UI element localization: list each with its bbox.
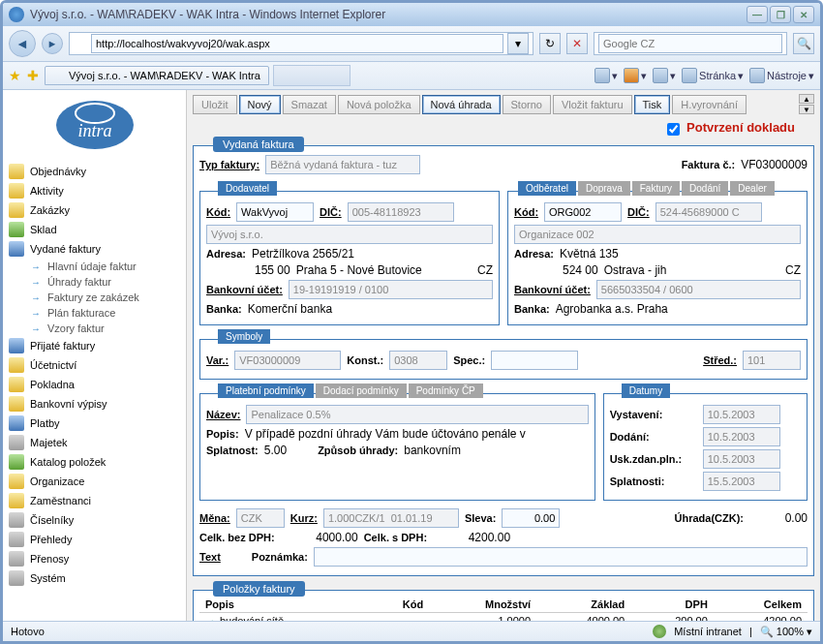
sidebar-item[interactable]: Zakázky: [3, 200, 186, 220]
status-zoom[interactable]: 🔍 100% ▾: [760, 626, 812, 638]
buyer-tab[interactable]: Faktury: [632, 181, 680, 196]
toolbar-button[interactable]: Smazat: [283, 95, 336, 114]
buy-code-input[interactable]: [544, 202, 622, 222]
note-input[interactable]: [314, 547, 808, 567]
toolbar-button[interactable]: H.vyrovnání: [672, 95, 747, 114]
stred-input[interactable]: [743, 351, 801, 370]
sidebar-item[interactable]: →Úhrady faktur: [3, 274, 186, 290]
gross-label: Celk. s DPH:: [364, 532, 427, 543]
print-button[interactable]: ▾: [653, 68, 676, 83]
terms-tab[interactable]: Platební podmínky: [218, 383, 314, 398]
sidebar-item[interactable]: →Hlavní údaje faktur: [3, 259, 186, 274]
var-input[interactable]: [234, 351, 341, 370]
search-input[interactable]: [598, 34, 782, 53]
sidebar-item[interactable]: Číselníky: [3, 510, 186, 530]
sidebar-item[interactable]: Aktivity: [3, 181, 186, 200]
buy-dic-input[interactable]: [655, 202, 762, 222]
konst-input[interactable]: [389, 351, 447, 370]
sup-dic-input[interactable]: [348, 202, 454, 222]
sidebar-item[interactable]: Přehledy: [3, 530, 186, 549]
toolbar-button[interactable]: Nová úhrada: [422, 95, 501, 114]
refresh-button[interactable]: ↻: [539, 33, 561, 54]
sidebar-item[interactable]: →Faktury ze zakázek: [3, 290, 186, 305]
favorite-star-icon[interactable]: ★: [9, 68, 21, 83]
invoice-section-tab: Vydaná faktura: [213, 137, 304, 152]
items-col-header: Základ: [536, 597, 630, 613]
sidebar-item[interactable]: Sklad: [3, 220, 186, 239]
maximize-button[interactable]: ❐: [770, 6, 791, 23]
arrow-icon: →: [30, 261, 42, 272]
sup-code-input[interactable]: [236, 202, 314, 222]
sidebar-item[interactable]: Přijaté faktury: [3, 336, 186, 355]
sup-name-input[interactable]: [206, 225, 493, 244]
terms-tab[interactable]: Dodací podmínky: [316, 383, 407, 398]
home-button[interactable]: ▾: [594, 68, 618, 83]
items-col-header: Množství: [429, 597, 536, 613]
sup-bankacc-input[interactable]: [289, 280, 493, 299]
url-input[interactable]: [91, 34, 503, 53]
minimize-button[interactable]: —: [747, 6, 768, 23]
buy-code-label: Kód:: [514, 206, 538, 218]
currency-input[interactable]: [236, 508, 285, 528]
buy-name-input[interactable]: [514, 225, 801, 244]
sidebar-item[interactable]: Majetek: [3, 433, 186, 452]
buyer-tab[interactable]: Dodání: [682, 181, 728, 196]
new-tab-button[interactable]: [273, 65, 351, 86]
sidebar-item[interactable]: Systém: [3, 568, 186, 588]
rate-input[interactable]: [323, 508, 459, 528]
toolbar-button[interactable]: Nový: [239, 95, 281, 114]
browser-tab[interactable]: Vývoj s.r.o. - WAM\RADEKV - WAK Intra: [45, 66, 269, 85]
forward-button[interactable]: ►: [42, 33, 63, 54]
buyer-tab[interactable]: Dealer: [730, 181, 774, 196]
d-tax-input[interactable]: [703, 449, 780, 469]
toolbar-button[interactable]: Storno: [503, 95, 551, 114]
feeds-button[interactable]: ▾: [624, 68, 647, 83]
sidebar-item[interactable]: Organizace: [3, 472, 186, 491]
page-menu[interactable]: Stránka ▾: [682, 68, 744, 83]
back-button[interactable]: ◄: [9, 30, 36, 57]
terms-name-input[interactable]: [246, 405, 588, 424]
buyer-tab[interactable]: Odběratel: [518, 181, 576, 196]
d-due-input[interactable]: [703, 472, 780, 491]
type-input[interactable]: [265, 155, 420, 174]
terms-tab[interactable]: Podmínky ČP: [409, 383, 483, 398]
toolbar-button[interactable]: Uložit: [193, 95, 237, 114]
buy-bankacc-input[interactable]: [596, 280, 801, 299]
toolbar-button[interactable]: Nová položka: [338, 95, 420, 114]
add-favorite-icon[interactable]: ✚: [27, 68, 39, 83]
close-button[interactable]: ✕: [793, 6, 814, 23]
sidebar-item[interactable]: Objednávky: [3, 162, 186, 181]
toolbar-button[interactable]: Tisk: [634, 95, 671, 114]
stop-button[interactable]: ✕: [566, 33, 588, 54]
discount-input[interactable]: [502, 508, 560, 528]
sidebar-item[interactable]: Bankovní výpisy: [3, 394, 186, 414]
sidebar-item[interactable]: →Vzory faktur: [3, 321, 186, 336]
toolbar-button[interactable]: Vložit fakturu: [553, 95, 632, 114]
url-dropdown-button[interactable]: ▾: [507, 33, 529, 54]
tools-menu[interactable]: Nástroje ▾: [749, 68, 814, 83]
confirm-label: Potvrzení dokladu: [686, 120, 795, 135]
sidebar-item[interactable]: Platby: [3, 414, 186, 433]
invoice-section: Vydaná faktura Typ faktury: Faktura č.: …: [193, 145, 814, 576]
search-button[interactable]: 🔍: [793, 33, 814, 54]
supplier-tab[interactable]: Dodavatel: [218, 181, 277, 196]
sidebar-item[interactable]: →Plán fakturace: [3, 305, 186, 321]
d-deliv-input[interactable]: [703, 427, 780, 446]
d-issue-input[interactable]: [703, 405, 780, 424]
sidebar-item[interactable]: Katalog položek: [3, 452, 186, 472]
sidebar-item-label: Organizace: [30, 475, 84, 487]
confirm-checkbox[interactable]: [667, 123, 680, 136]
toolbar-scroll[interactable]: ▲▼: [799, 94, 814, 114]
sidebar-item[interactable]: Účetnictví: [3, 355, 186, 375]
sidebar-item-label: Přehledy: [30, 534, 72, 545]
sup-addr-label: Adresa:: [206, 248, 246, 260]
address-bar: ▾: [69, 32, 533, 55]
sidebar-item[interactable]: Přenosy: [3, 549, 186, 568]
sidebar-item[interactable]: Pokladna: [3, 375, 186, 394]
table-row[interactable]: →budování sítě1.00004000.00200.004200.00: [199, 612, 808, 621]
sidebar-item[interactable]: Vydané faktury: [3, 239, 186, 259]
sidebar-item[interactable]: Zaměstnanci: [3, 491, 186, 510]
sidebar-item-label: Zakázky: [30, 204, 70, 216]
spec-input[interactable]: [491, 351, 578, 370]
buyer-tab[interactable]: Doprava: [578, 181, 630, 196]
